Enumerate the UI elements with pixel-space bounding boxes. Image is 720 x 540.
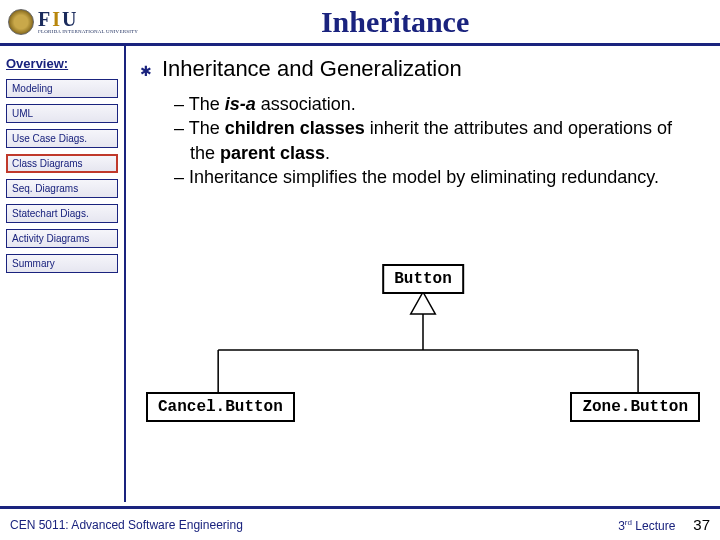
uml-parent-class: Button xyxy=(382,264,464,294)
sidebar-item-use-case-diags-[interactable]: Use Case Diags. xyxy=(6,129,118,148)
sidebar: Overview: ModelingUMLUse Case Diags.Clas… xyxy=(0,46,126,502)
content-heading: Inheritance and Generalization xyxy=(140,56,702,82)
sidebar-item-class-diagrams[interactable]: Class Diagrams xyxy=(6,154,118,173)
sidebar-item-statechart-diags-[interactable]: Statechart Diags. xyxy=(6,204,118,223)
sidebar-item-seq-diagrams[interactable]: Seq. Diagrams xyxy=(6,179,118,198)
page-number: 37 xyxy=(693,516,710,533)
inheritance-diagram: Button Cancel.Button Zone.Button xyxy=(126,264,720,444)
sidebar-item-summary[interactable]: Summary xyxy=(6,254,118,273)
header: FIU FLORIDA INTERNATIONAL UNIVERSITY Inh… xyxy=(0,0,720,46)
content: Inheritance and Generalization The is-a … xyxy=(126,46,720,502)
bullet-list: The is-a association.The children classe… xyxy=(174,92,702,189)
bullet-item: The is-a association. xyxy=(174,92,702,116)
uml-child-right: Zone.Button xyxy=(570,392,700,422)
bullet-icon xyxy=(140,56,152,82)
sidebar-item-activity-diagrams[interactable]: Activity Diagrams xyxy=(6,229,118,248)
nav-list: ModelingUMLUse Case Diags.Class Diagrams… xyxy=(6,79,118,273)
footer: CEN 5011: Advanced Software Engineering … xyxy=(0,506,720,540)
logo-subtitle: FLORIDA INTERNATIONAL UNIVERSITY xyxy=(38,29,138,34)
fiu-logo: FIU FLORIDA INTERNATIONAL UNIVERSITY xyxy=(8,9,138,35)
svg-marker-0 xyxy=(411,292,436,314)
sidebar-item-modeling[interactable]: Modeling xyxy=(6,79,118,98)
bullet-item: The children classes inherit the attribu… xyxy=(174,116,702,165)
bullet-item: Inheritance simplifies the model by elim… xyxy=(174,165,702,189)
sidebar-item-uml[interactable]: UML xyxy=(6,104,118,123)
page-title: Inheritance xyxy=(138,5,712,39)
uml-child-left: Cancel.Button xyxy=(146,392,295,422)
lecture-label: 3rd Lecture xyxy=(618,518,675,533)
course-label: CEN 5011: Advanced Software Engineering xyxy=(10,518,243,532)
sidebar-heading: Overview: xyxy=(6,56,118,71)
seal-icon xyxy=(8,9,34,35)
